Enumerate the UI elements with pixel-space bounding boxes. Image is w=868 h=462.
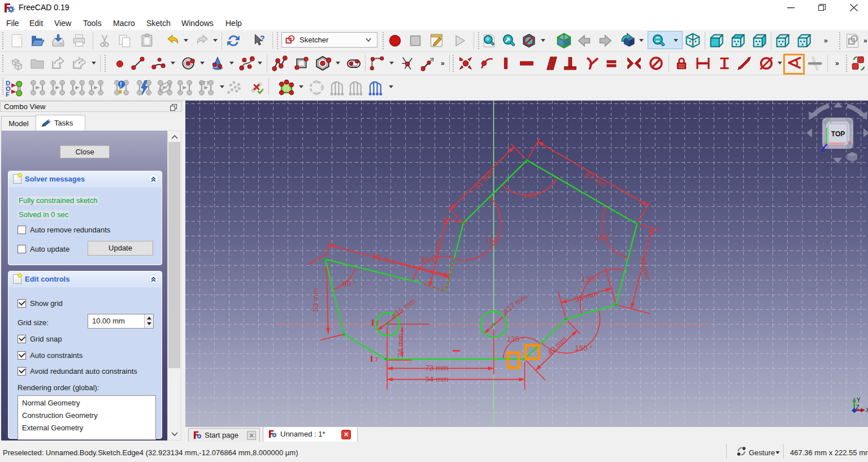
svg-text:53 mm: 53 mm [311, 288, 320, 312]
svg-text:94 mm: 94 mm [425, 375, 448, 383]
svg-text:120 °: 120 ° [581, 275, 600, 283]
svg-text:Y: Y [857, 397, 861, 403]
svg-text:TOP: TOP [831, 130, 845, 138]
svg-text:60 °: 60 ° [342, 279, 356, 288]
svg-text:Y: Y [829, 119, 832, 124]
svg-text:105 °: 105 ° [595, 234, 613, 242]
svg-text:Z: Z [821, 146, 824, 153]
svg-text:X: X [866, 407, 868, 413]
svg-text:7: 7 [375, 357, 378, 363]
svg-text:?: ? [260, 34, 265, 43]
svg-text:Z: Z [856, 404, 860, 411]
svg-text:F: F [6, 91, 10, 97]
svg-text:150 °: 150 ° [485, 236, 504, 245]
svg-text:7: 7 [376, 321, 379, 327]
svg-text:105 °: 105 ° [523, 191, 541, 200]
svg-text:X: X [848, 140, 851, 145]
svg-text:150 °: 150 ° [575, 344, 593, 352]
svg-text:=TT: =TT [199, 81, 210, 87]
svg-text:135 °: 135 ° [507, 335, 525, 343]
svg-text:73 mm: 73 mm [425, 364, 448, 372]
svg-text:24 mm: 24 mm [396, 334, 405, 357]
svg-text:!: ! [120, 81, 122, 88]
